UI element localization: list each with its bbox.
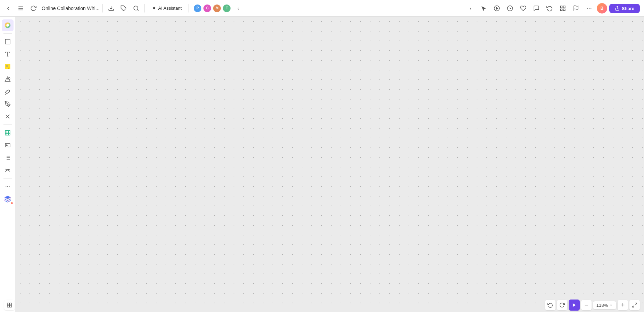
svg-rect-57 <box>7 305 9 307</box>
collaborator-avatar-2[interactable]: C <box>203 4 212 13</box>
svg-rect-54 <box>7 303 9 305</box>
doc-title: Online Collaboration Whi... <box>42 6 100 11</box>
sync-button[interactable] <box>28 3 39 14</box>
tool-highlighter[interactable] <box>2 98 14 110</box>
grid-button[interactable] <box>557 3 568 14</box>
share-button[interactable]: Share <box>609 4 640 13</box>
tool-text[interactable] <box>2 48 14 60</box>
redo-button[interactable] <box>557 300 567 310</box>
collaborator-avatar-1[interactable]: P <box>193 4 202 13</box>
svg-rect-10 <box>560 6 562 8</box>
svg-point-17 <box>591 8 591 9</box>
tool-pen[interactable] <box>2 86 14 97</box>
zoom-out-button[interactable]: − <box>581 300 592 310</box>
tool-more[interactable] <box>2 181 14 192</box>
svg-point-16 <box>589 8 589 9</box>
tool-connector[interactable] <box>2 111 14 122</box>
tool-shapes[interactable] <box>2 73 14 85</box>
svg-rect-56 <box>10 305 11 307</box>
svg-rect-55 <box>10 303 11 305</box>
svg-point-50 <box>6 186 6 187</box>
history-button[interactable] <box>544 3 555 14</box>
back-button[interactable] <box>3 3 14 14</box>
forward-button[interactable]: › <box>465 3 476 14</box>
tool-divider-3 <box>3 178 12 179</box>
svg-rect-12 <box>563 9 565 11</box>
fit-button[interactable] <box>629 300 640 310</box>
download-button[interactable] <box>106 3 117 14</box>
tool-sticky[interactable] <box>2 61 14 72</box>
comment-button[interactable] <box>531 3 542 14</box>
tool-mindmap[interactable] <box>2 164 14 176</box>
svg-marker-58 <box>573 303 576 307</box>
svg-rect-21 <box>5 39 10 44</box>
collaborator-avatars: P C M T <box>193 4 231 13</box>
divider-2 <box>144 4 145 12</box>
svg-point-20 <box>6 24 9 26</box>
left-sidebar <box>0 17 15 312</box>
svg-point-52 <box>9 186 9 187</box>
zoom-level-display[interactable]: 118% <box>593 301 616 309</box>
cursor-button[interactable] <box>478 3 489 14</box>
svg-line-48 <box>9 169 10 170</box>
tool-select[interactable] <box>2 19 14 31</box>
svg-line-49 <box>9 171 10 172</box>
ai-assistant-button[interactable]: ✦ AI Assistant <box>148 3 186 13</box>
collaborator-avatar-3[interactable]: M <box>212 4 221 13</box>
svg-rect-45 <box>7 170 9 171</box>
tool-divider-2 <box>3 124 12 125</box>
zoom-in-button[interactable]: + <box>618 300 628 310</box>
divider-1 <box>102 4 103 12</box>
ai-assistant-label: AI Assistant <box>158 6 182 11</box>
right-toolbar: › <box>461 0 644 17</box>
tool-list[interactable] <box>2 152 14 164</box>
minimap-button[interactable] <box>4 300 15 310</box>
more-right-button[interactable] <box>584 3 595 14</box>
tool-textbox[interactable] <box>2 139 14 151</box>
tool-divider-1 <box>3 33 12 34</box>
play-button[interactable] <box>569 300 580 311</box>
svg-point-15 <box>587 8 587 9</box>
user-avatar[interactable]: B <box>597 3 607 14</box>
tool-frame[interactable] <box>2 36 14 47</box>
timer-button[interactable] <box>504 3 516 14</box>
svg-rect-13 <box>560 9 562 11</box>
svg-rect-31 <box>5 130 10 135</box>
divider-3 <box>189 4 189 12</box>
search-button[interactable] <box>131 3 142 14</box>
svg-line-47 <box>5 171 7 172</box>
flag-button[interactable] <box>570 3 582 14</box>
svg-point-28 <box>7 103 8 104</box>
undo-button[interactable] <box>545 300 555 310</box>
svg-line-6 <box>137 9 138 10</box>
tool-apps[interactable] <box>2 193 14 205</box>
svg-marker-8 <box>496 7 498 9</box>
share-label: Share <box>622 6 634 11</box>
tool-table[interactable] <box>2 127 14 139</box>
svg-line-46 <box>5 169 7 170</box>
tag-button[interactable] <box>118 3 129 14</box>
menu-button[interactable] <box>15 3 26 14</box>
expand-button[interactable]: ‹ <box>233 3 244 14</box>
zoom-level-text: 118% <box>596 303 608 308</box>
canvas-area[interactable] <box>15 17 644 312</box>
bottom-right-controls: − 118% + <box>545 300 640 311</box>
celebrate-button[interactable] <box>518 3 529 14</box>
bottom-left-controls <box>4 300 15 310</box>
present-button[interactable] <box>491 3 502 14</box>
collaborator-avatar-4[interactable]: T <box>222 4 231 13</box>
svg-rect-11 <box>563 6 565 8</box>
svg-point-51 <box>7 186 8 187</box>
svg-point-5 <box>134 6 138 10</box>
